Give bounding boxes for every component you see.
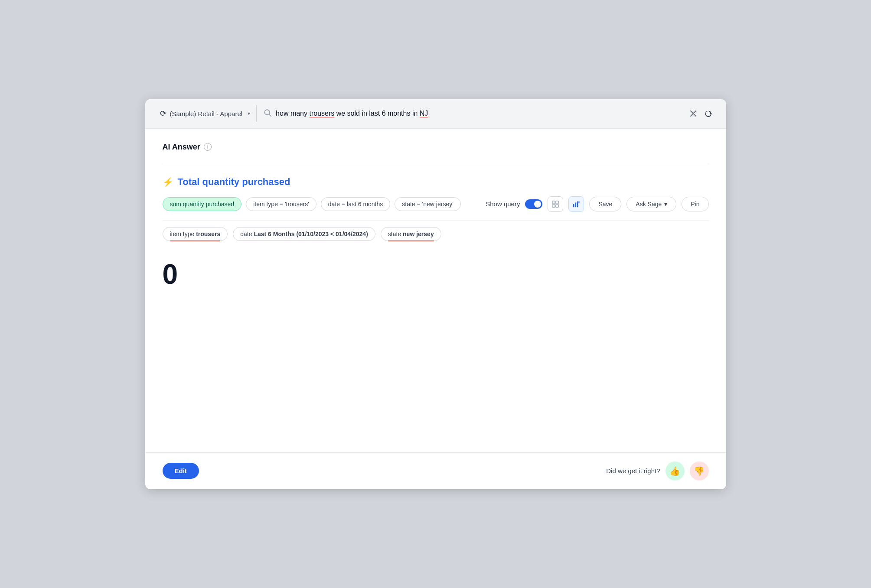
query-tag-state[interactable]: state = 'new jersey'	[395, 197, 461, 211]
chart-view-button[interactable]	[568, 196, 584, 212]
feedback-question: Did we get it right?	[606, 467, 660, 474]
thumbs-up-icon: 👍	[669, 466, 680, 476]
search-area: how many trousers we sold in last 6 mont…	[257, 105, 688, 122]
clear-search-button[interactable]	[688, 108, 698, 119]
thumbs-down-icon: 👎	[694, 466, 705, 476]
query-tags-row: sum quantity purchased item type = 'trou…	[163, 196, 709, 212]
result-title: Total quantity purchased	[178, 176, 290, 188]
info-icon[interactable]: i	[204, 143, 212, 151]
query-tag-date[interactable]: date = last 6 months	[321, 197, 390, 211]
filter-tag-item-type-value: trousers	[196, 231, 220, 237]
refresh-button[interactable]	[703, 108, 714, 119]
query-controls: Show query	[486, 196, 708, 212]
search-input-display[interactable]: how many trousers we sold in last 6 mont…	[276, 110, 681, 117]
datasource-label: (Sample) Retail - Apparel	[170, 110, 243, 117]
show-query-label: Show query	[486, 200, 520, 208]
thumbs-down-button[interactable]: 👎	[690, 461, 709, 481]
result-value: 0	[163, 253, 709, 308]
result-section: ⚡ Total quantity purchased sum quantity …	[163, 176, 709, 308]
search-icon	[264, 109, 271, 119]
ai-answer-title: AI Answer	[163, 143, 200, 152]
feedback-row: Did we get it right? 👍 👎	[606, 461, 708, 481]
datasource-chevron-icon: ▾	[248, 110, 250, 117]
filter-tag-date[interactable]: date Last 6 Months (01/10/2023 < 01/04/2…	[233, 227, 375, 241]
main-content: AI Answer i ⚡ Total quantity purchased s…	[145, 129, 726, 452]
header-actions	[688, 108, 718, 119]
bottom-bar: Edit Did we get it right? 👍 👎	[145, 452, 726, 489]
app-window: ⟳ (Sample) Retail - Apparel ▾ how many t…	[145, 99, 726, 489]
filter-tag-state-value: new jersey	[403, 231, 434, 237]
result-icon: ⚡	[163, 177, 173, 187]
svg-rect-6	[552, 204, 555, 207]
header: ⟳ (Sample) Retail - Apparel ▾ how many t…	[145, 99, 726, 129]
edit-button[interactable]: Edit	[163, 463, 199, 479]
svg-rect-4	[552, 201, 555, 203]
ask-sage-chevron-icon: ▾	[664, 201, 667, 208]
svg-point-11	[578, 201, 580, 203]
svg-line-1	[269, 114, 271, 116]
save-button[interactable]: Edit Save	[589, 197, 621, 211]
datasource-icon: ⟳	[160, 109, 166, 118]
svg-rect-5	[556, 201, 558, 203]
pin-button[interactable]: Pin	[682, 197, 708, 211]
filter-tag-date-value: Last 6 Months (01/10/2023 < 01/04/2024)	[254, 231, 368, 237]
filter-tags-row: item type trousers date Last 6 Months (0…	[163, 221, 709, 244]
svg-rect-9	[575, 202, 577, 207]
ai-answer-header: AI Answer i	[163, 143, 709, 152]
filter-tag-item-type[interactable]: item type trousers	[163, 227, 228, 241]
query-tag-sum[interactable]: sum quantity purchased	[163, 197, 242, 211]
underlined-word-nj: NJ	[420, 110, 428, 117]
query-tag-item-type[interactable]: item type = 'trousers'	[246, 197, 316, 211]
svg-rect-8	[573, 204, 574, 207]
ask-sage-button[interactable]: Ask Sage ▾	[626, 197, 676, 211]
result-title-row: ⚡ Total quantity purchased	[163, 176, 709, 188]
svg-rect-7	[556, 204, 558, 207]
filter-tag-state[interactable]: state new jersey	[381, 227, 441, 241]
table-view-button[interactable]	[548, 196, 563, 212]
show-query-toggle[interactable]	[525, 199, 542, 209]
datasource-selector[interactable]: ⟳ (Sample) Retail - Apparel ▾	[154, 105, 257, 122]
thumbs-up-button[interactable]: 👍	[665, 461, 685, 481]
underlined-word-trousers: trousers	[309, 110, 334, 117]
section-divider	[163, 164, 709, 164]
